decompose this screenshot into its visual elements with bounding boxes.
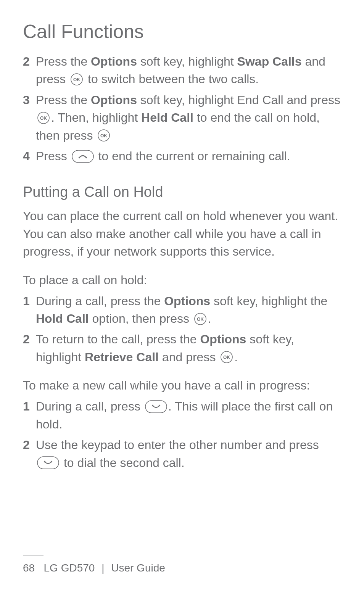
svg-text:OK: OK [73,77,80,82]
step-number: 2 [23,436,36,454]
ok-icon: OK [37,111,50,124]
bold-text: Swap Calls [237,55,302,68]
section-paragraph: You can place the current call on hold w… [23,207,341,260]
ok-icon: OK [97,129,110,142]
model-name: LG GD570 [44,562,95,574]
step-text: To return to the call, press the Options… [36,330,341,366]
step-number: 3 [23,91,36,109]
bold-text: Retrieve Call [85,350,159,364]
svg-text:OK: OK [100,133,107,138]
step-number: 2 [23,330,36,348]
section-heading: Putting a Call on Hold [23,184,341,200]
bold-text: Hold Call [36,312,89,325]
guide-label: User Guide [111,562,165,574]
svg-point-18 [51,461,52,462]
list-item: 3Press the Options soft key, highlight E… [23,91,341,144]
step-list-b: 1During a call, press the Options soft k… [23,292,341,366]
end-call-icon [72,150,94,163]
call-icon [145,400,167,413]
step-text: Press the Options soft key, highlight En… [36,91,341,144]
ok-icon: OK [70,73,83,86]
page-footer: 68 LG GD570 | User Guide [0,555,364,574]
list-item: 2Use the keypad to enter the other numbe… [23,436,341,472]
list-item: 4Press to end the current or remaining c… [23,147,341,165]
svg-point-14 [152,405,153,406]
subsection-heading-2: To make a new call while you have a call… [23,377,341,394]
call-icon [37,456,59,469]
bold-text: Held Call [141,111,193,124]
ok-icon: OK [220,351,233,364]
step-text: During a call, press the Options soft ke… [36,292,341,328]
manual-page: Call Functions 2Press the Options soft k… [0,0,364,594]
footer-rule [23,555,43,556]
svg-point-7 [78,156,80,158]
svg-text:OK: OK [223,355,230,360]
ok-icon: OK [194,312,207,325]
svg-text:OK: OK [40,116,47,121]
list-item: 1During a call, press . This will place … [23,398,341,433]
list-item: 2Press the Options soft key, highlight S… [23,53,341,88]
step-list-c: 1During a call, press . This will place … [23,398,341,472]
list-item: 2To return to the call, press the Option… [23,330,341,366]
svg-rect-16 [37,457,59,469]
bold-text: Options [91,55,137,68]
step-text: Use the keypad to enter the other number… [36,436,341,472]
step-text: Press the Options soft key, highlight Sw… [36,53,341,88]
svg-rect-13 [145,401,167,413]
step-list-a: 2Press the Options soft key, highlight S… [23,53,341,165]
svg-point-15 [159,405,160,406]
bold-text: Options [200,332,246,346]
bold-text: Options [164,294,210,308]
step-number: 4 [23,147,36,165]
step-number: 2 [23,53,36,70]
list-item: 1During a call, press the Options soft k… [23,292,341,328]
subsection-heading-1: To place a call on hold: [23,272,341,288]
footer-text: 68 LG GD570 | User Guide [23,562,341,574]
footer-divider: | [98,562,108,574]
step-text: Press to end the current or remaining ca… [36,147,341,165]
step-number: 1 [23,292,36,310]
svg-text:OK: OK [197,317,204,322]
svg-point-8 [85,156,87,158]
bold-text: Options [91,93,137,107]
svg-rect-6 [72,150,93,163]
step-text: During a call, press . This will place t… [36,398,341,433]
svg-point-17 [44,461,45,462]
page-title: Call Functions [23,21,341,43]
page-number: 68 [23,562,35,574]
step-number: 1 [23,398,36,415]
